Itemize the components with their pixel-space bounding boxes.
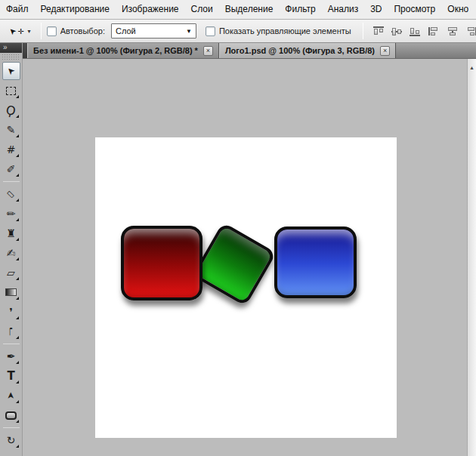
tab-close-button[interactable]: × [380, 46, 390, 56]
show-transform-controls-checkbox[interactable] [206, 26, 215, 36]
move-tool-icon: ➤ [7, 25, 19, 37]
menu-item[interactable]: Выделение [219, 0, 280, 19]
red-rounded-square[interactable] [121, 226, 202, 300]
tab-close-button[interactable]: × [203, 46, 213, 56]
tool-preset-dropdown-icon[interactable]: ▾ [28, 28, 31, 35]
pen-tool[interactable]: ✒ [2, 347, 20, 365]
tab-strip: Без имени-1 @ 100% (Фигура 2, RGB/8) *×Л… [27, 43, 396, 58]
align-top-edges-button[interactable] [372, 26, 385, 37]
quick-selection-tool[interactable]: ✎ [2, 121, 20, 139]
menu-item[interactable]: Просмотр [388, 0, 441, 19]
align-bottom-edges-button[interactable] [408, 26, 422, 37]
vertical-scrollbar[interactable]: ▲ [467, 59, 476, 456]
eyedropper-tool[interactable]: ✐ [2, 160, 20, 178]
menu-item[interactable]: Окно [441, 0, 474, 19]
auto-select-checkbox[interactable] [47, 26, 57, 36]
blue-rounded-square[interactable] [274, 226, 357, 298]
menu-bar: ФайлРедактированиеИзображениеСлоиВыделен… [0, 0, 476, 20]
align-right-edges-button[interactable] [464, 26, 476, 37]
align-horizontal-centers-icon [448, 27, 457, 31]
current-tool-button[interactable]: ➤ ✛ ▾ [5, 26, 36, 36]
shape-icon [5, 411, 17, 420]
align-top-edges-icon [373, 26, 384, 28]
document-tab[interactable]: Лого1.psd @ 100% (Фигура 3, RGB/8)× [219, 43, 396, 58]
marquee-icon [6, 87, 16, 95]
canvas-work-area[interactable] [23, 59, 467, 456]
menu-item[interactable]: Слои [185, 0, 219, 19]
move-tool[interactable]: ➤ [2, 62, 20, 80]
path-select-icon: ➤ [6, 392, 17, 399]
menu-item[interactable]: 3D [364, 0, 388, 19]
menu-item[interactable]: Редактирование [35, 0, 116, 19]
clone-stamp-tool[interactable]: ♜ [2, 224, 20, 242]
align-horizontal-centers-button[interactable] [446, 26, 459, 37]
align-vertical-centers-icon [392, 28, 396, 35]
menu-item[interactable]: Анализ [322, 0, 365, 19]
align-top-edges-icon [374, 29, 378, 35]
menu-item[interactable]: Фильтр [279, 0, 321, 19]
align-bottom-edges-icon [410, 35, 420, 36]
align-bottom-edges-icon [416, 30, 419, 34]
toolbar-separator [3, 427, 20, 428]
rectangular-marquee-tool[interactable] [2, 82, 20, 100]
healing-icon: ▭ [5, 187, 18, 201]
type-tool[interactable]: T [2, 367, 20, 385]
scroll-up-arrow-icon[interactable]: ▲ [468, 59, 476, 70]
align-left-edges-icon [431, 32, 435, 35]
dodge-tool[interactable]: ♩ [2, 322, 20, 340]
gradient-tool[interactable] [2, 283, 20, 301]
align-vertical-centers-button[interactable] [390, 26, 403, 37]
move-icon: ➤ [5, 64, 17, 77]
options-bar: ➤ ✛ ▾ Автовыбор: Слой ▼ Показать управля… [0, 20, 476, 43]
eyedropper-icon: ✐ [7, 163, 16, 175]
align-left-edges-icon [431, 27, 437, 31]
brush-tool[interactable]: ✏ [2, 205, 20, 223]
align-bottom-edges-icon [410, 28, 414, 34]
auto-select-label: Автовыбор: [60, 26, 105, 35]
history-brush-icon: ✍ [7, 247, 16, 259]
crop-tool[interactable]: # [2, 140, 20, 159]
document-tab[interactable]: Без имени-1 @ 100% (Фигура 2, RGB/8) *× [27, 43, 219, 58]
rounded-rectangle-tool[interactable] [2, 406, 20, 424]
gradient-icon [5, 288, 17, 296]
document-canvas[interactable] [95, 137, 397, 438]
auto-select-target-dropdown[interactable]: Слой ▼ [111, 23, 196, 39]
path-selection-tool[interactable]: ➤ [2, 387, 20, 405]
toolbar-separator [3, 344, 20, 344]
spot-healing-brush-tool[interactable]: ▭ [2, 185, 20, 203]
menu-item[interactable]: Файл [0, 0, 35, 19]
crop-icon: # [7, 143, 16, 156]
tools-panel-grip[interactable] [2, 54, 20, 60]
photoshop-window: ФайлРедактированиеИзображениеСлоиВыделен… [0, 0, 476, 456]
toolbar-separator [3, 181, 20, 182]
lasso-tool[interactable]: Ϙ [2, 101, 20, 119]
quick-select-icon: ✎ [7, 124, 16, 136]
tools-list: ➤Ϙ✎#✐▭✏♜✍▱❜♩✒T➤↻↺✌ [0, 61, 22, 456]
3d-rotate-icon: ↻ [7, 434, 16, 446]
align-top-edges-icon [379, 29, 383, 32]
align-vertical-centers-icon [397, 29, 401, 34]
align-buttons [357, 23, 476, 39]
auto-select-target-value: Слой [116, 26, 136, 35]
align-left-edges-button[interactable] [428, 26, 441, 37]
align-left-edges-icon [428, 27, 430, 35]
align-horizontal-centers-icon [450, 32, 456, 35]
3d-orbit-tool[interactable]: ↺ [2, 451, 20, 456]
eraser-tool[interactable]: ▱ [2, 263, 20, 282]
align-group [428, 26, 476, 37]
tools-panel-collapse-button[interactable]: » [0, 43, 22, 53]
pen-icon: ✒ [7, 350, 16, 362]
tab-title: Без имени-1 @ 100% (Фигура 2, RGB/8) * [33, 46, 198, 55]
3d-rotate-tool[interactable]: ↻ [2, 431, 20, 449]
history-brush-tool[interactable]: ✍ [2, 244, 20, 262]
dropdown-arrow-icon: ▼ [186, 28, 192, 35]
menu-item[interactable]: Изображение [116, 0, 185, 19]
align-group [372, 26, 422, 37]
tab-title: Лого1.psd @ 100% (Фигура 3, RGB/8) [225, 46, 375, 55]
brush-icon: ✏ [7, 208, 16, 220]
green-rotated-square[interactable] [192, 222, 277, 307]
align-right-edges-icon [468, 27, 474, 31]
blur-tool[interactable]: ❜ [2, 303, 20, 321]
stamp-icon: ♜ [6, 227, 16, 239]
options-separator [363, 23, 363, 39]
